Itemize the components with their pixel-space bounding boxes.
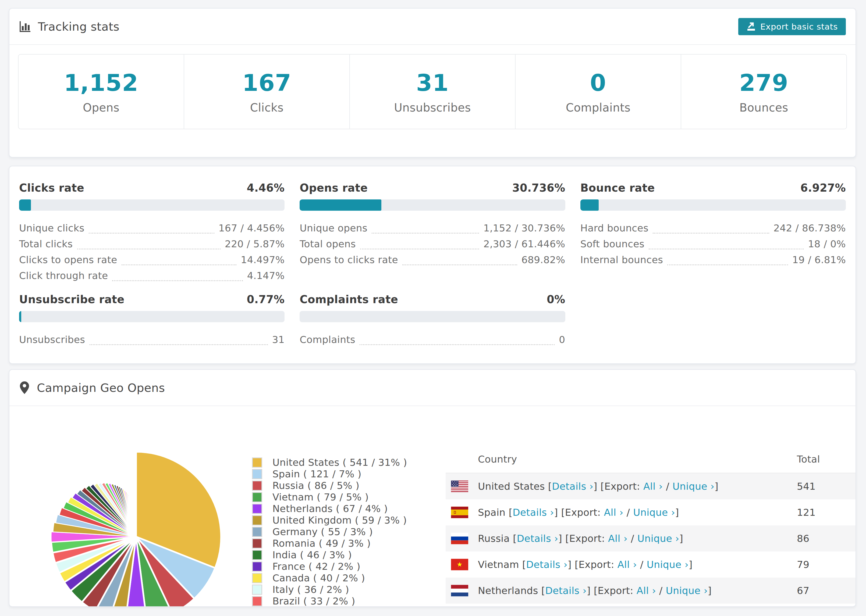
rate-row-label: Hard bounces (580, 223, 649, 234)
geo-table-row: Spain [Details ›] [Export: All › / Uniqu… (446, 499, 856, 525)
tracking-stats-title: Tracking stats (38, 20, 120, 33)
rate-row-label: Unique clicks (19, 223, 85, 234)
legend-label: Italy ( 36 / 2% ) (272, 584, 349, 595)
dotted-leader (89, 225, 214, 234)
legend-swatch (252, 469, 262, 479)
geo-legend: United States ( 541 / 31% )Spain ( 121 /… (252, 457, 407, 607)
export-all-link[interactable]: All (604, 507, 616, 518)
rate-detail-row: Unique clicks167 / 4.456% (19, 223, 285, 234)
rate-value: 4.46% (247, 182, 285, 194)
legend-label: Germany ( 55 / 3% ) (272, 526, 373, 537)
rate-panel-unsubscribe-rate: Unsubscribe rate0.77%Unsubscribes31 (19, 294, 285, 345)
rates-card: Clicks rate4.46%Unique clicks167 / 4.456… (9, 166, 856, 364)
total-cell: 86 (797, 533, 856, 544)
legend-item: Vietnam ( 79 / 5% ) (252, 491, 407, 503)
rate-row-value: 1,152 / 30.736% (483, 223, 565, 234)
legend-label: Spain ( 121 / 7% ) (272, 468, 361, 479)
rate-row-label: Total opens (299, 239, 356, 250)
country-name: Netherlands (478, 585, 542, 596)
rate-detail-row: Total opens2,303 / 61.446% (299, 239, 565, 250)
tracking-stats-header: Tracking stats Export basic stats (9, 9, 855, 45)
dotted-leader (121, 256, 237, 265)
rate-value: 0% (547, 294, 565, 305)
export-unique-link[interactable]: Unique (638, 533, 672, 544)
legend-swatch (252, 573, 262, 583)
rate-row-value: 14.497% (241, 255, 285, 265)
legend-item: Romania ( 49 / 3% ) (252, 537, 407, 549)
rate-detail-row: Clicks to opens rate14.497% (19, 255, 285, 265)
details-link[interactable]: Details (516, 533, 551, 544)
export-all-link[interactable]: All (636, 585, 649, 596)
stat-label: Opens (83, 101, 120, 114)
geo-table-row: Netherlands [Details ›] [Export: All › /… (446, 578, 856, 603)
legend-swatch (252, 457, 262, 468)
progress-fill (19, 311, 21, 322)
stat-value: 1,152 (64, 69, 138, 96)
campaign-geo-opens-header: Campaign Geo Opens (9, 370, 855, 406)
geo-table-row: United States [Details ›] [Export: All ›… (446, 473, 856, 499)
legend-swatch (252, 585, 262, 595)
rate-detail-row: Unsubscribes31 (19, 334, 285, 345)
export-all-link[interactable]: All (643, 481, 656, 492)
export-basic-stats-button[interactable]: Export basic stats (738, 18, 846, 35)
dotted-leader (90, 336, 268, 345)
geo-table-row: Vietnam [Details ›] [Export: All › / Uni… (446, 552, 856, 578)
legend-label: Romania ( 49 / 3% ) (272, 538, 371, 549)
export-unique-link[interactable]: Unique (672, 481, 707, 492)
rate-detail-row: Unique opens1,152 / 30.736% (299, 223, 565, 234)
rate-row-label: Complaints (299, 334, 355, 345)
details-link[interactable]: Details (545, 585, 579, 596)
details-link[interactable]: Details (513, 507, 547, 518)
rate-title: Complaints rate (299, 294, 398, 305)
export-unique-link[interactable]: Unique (633, 507, 668, 518)
campaign-geo-opens-card: Campaign Geo Opens United States ( 541 /… (9, 369, 856, 607)
country-flag-icon-vn (451, 559, 468, 570)
total-cell: 79 (797, 559, 856, 570)
legend-label: United Kingdom ( 59 / 3% ) (272, 515, 407, 526)
details-link[interactable]: Details (526, 559, 561, 570)
stat-label: Unsubscribes (394, 101, 471, 114)
country-flag-icon-nl (451, 585, 468, 596)
progress-bar (299, 311, 565, 322)
legend-label: Vietnam ( 79 / 5% ) (272, 492, 369, 503)
rate-detail-row: Internal bounces19 / 6.81% (580, 255, 846, 265)
rate-panel-clicks-rate: Clicks rate4.46%Unique clicks167 / 4.456… (19, 182, 285, 281)
rate-title: Unsubscribe rate (19, 294, 124, 305)
rate-row-label: Clicks to opens rate (19, 255, 117, 265)
export-all-link[interactable]: All (608, 533, 620, 544)
dotted-leader (402, 256, 517, 265)
rate-row-value: 31 (272, 334, 285, 345)
progress-bar (299, 200, 565, 211)
rate-value: 30.736% (512, 182, 565, 194)
progress-fill (299, 200, 381, 211)
stat-cell-bounces: 279Bounces (681, 55, 846, 129)
legend-item: India ( 46 / 3% ) (252, 549, 407, 561)
stat-cell-clicks: 167Clicks (184, 55, 350, 129)
details-link[interactable]: Details (552, 481, 586, 492)
progress-fill (580, 200, 599, 211)
stat-value: 0 (590, 69, 606, 96)
rate-panel-opens-rate: Opens rate30.736%Unique opens1,152 / 30.… (299, 182, 565, 281)
legend-label: Russia ( 86 / 5% ) (272, 480, 359, 491)
pie-chart-svg (46, 447, 226, 607)
rate-detail-row: Complaints0 (299, 334, 565, 345)
rate-detail-row: Total clicks220 / 5.87% (19, 239, 285, 250)
rate-detail-row: Opens to clicks rate689.82% (299, 255, 565, 265)
progress-bar (19, 311, 285, 322)
rate-row-value: 19 / 6.81% (792, 255, 846, 265)
legend-label: France ( 42 / 2% ) (272, 561, 361, 572)
legend-swatch (252, 492, 262, 502)
progress-fill (19, 200, 31, 211)
export-all-link[interactable]: All (617, 559, 630, 570)
legend-item: Brazil ( 33 / 2% ) (252, 595, 407, 607)
geo-body: United States ( 541 / 31% )Spain ( 121 /… (9, 406, 855, 607)
rate-detail-row: Hard bounces242 / 86.738% (580, 223, 846, 234)
legend-swatch (252, 527, 262, 537)
geo-table-rows: United States [Details ›] [Export: All ›… (446, 473, 856, 607)
rate-row-label: Total clicks (19, 239, 73, 250)
country-flag-icon-ru (451, 533, 468, 544)
export-unique-link[interactable]: Unique (647, 559, 681, 570)
dotted-leader (112, 272, 242, 281)
country-flag-icon-es (451, 507, 468, 518)
export-unique-link[interactable]: Unique (666, 585, 700, 596)
